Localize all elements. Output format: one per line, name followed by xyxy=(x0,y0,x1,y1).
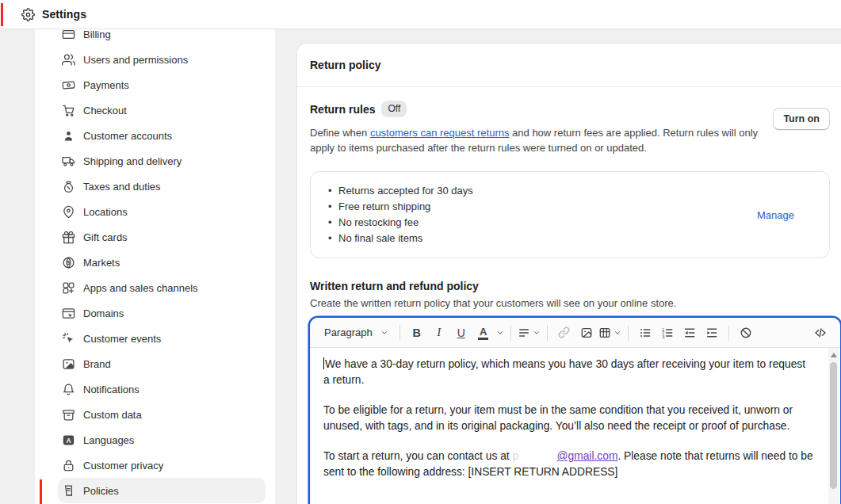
settings-sidebar: BillingUsers and permissionsPaymentsChec… xyxy=(35,29,275,504)
credit-card-icon xyxy=(62,29,75,41)
bulleted-list-icon xyxy=(639,326,652,339)
sidebar-item-checkout[interactable]: Checkout xyxy=(58,97,266,123)
policy-scroll-icon xyxy=(62,484,75,498)
email-link[interactable]: p@gmail.com xyxy=(513,450,618,462)
outdent-icon xyxy=(683,326,696,339)
status-badge: Off xyxy=(381,101,407,117)
sidebar-item-label: Locations xyxy=(83,206,128,218)
rich-text-editor: Paragraph B I U A xyxy=(310,318,840,504)
outdent-button[interactable] xyxy=(679,323,700,343)
svg-text:$: $ xyxy=(67,260,71,266)
italic-button[interactable]: I xyxy=(429,323,449,343)
lock-icon xyxy=(62,459,75,472)
insert-table-button[interactable] xyxy=(598,323,621,343)
topbar: Settings xyxy=(0,0,841,29)
sidebar-item-domains[interactable]: Domains xyxy=(58,300,266,326)
scrollbar-thumb[interactable] xyxy=(830,362,837,489)
policy-paragraph: To be eligible for a return, your item m… xyxy=(323,403,813,433)
sidebar-item-label: Billing xyxy=(83,29,111,40)
underline-button[interactable]: U xyxy=(451,323,472,343)
toolbar-divider xyxy=(547,325,548,341)
sidebar-item-users-and-permissions[interactable]: Users and permissions xyxy=(58,47,266,72)
sidebar-item-customer-privacy[interactable]: Customer privacy xyxy=(58,452,266,478)
policy-paragraph: We have a 30-day return policy, which me… xyxy=(323,357,813,388)
editor-scrollbar[interactable] xyxy=(828,348,839,504)
sidebar-item-label: Shipping and delivery xyxy=(83,155,182,167)
sidebar-item-policies[interactable]: Policies xyxy=(58,478,266,503)
gift-icon xyxy=(62,231,75,244)
sidebar-item-label: Taxes and duties xyxy=(83,181,161,193)
numbered-list-icon: 123 xyxy=(661,326,674,339)
sidebar-item-notifications[interactable]: Notifications xyxy=(58,376,266,402)
image-icon xyxy=(62,357,75,371)
page-title: Settings xyxy=(42,8,86,21)
sidebar-item-apps-and-sales-channels[interactable]: Apps and sales channels xyxy=(58,275,266,300)
insert-image-button[interactable] xyxy=(576,323,597,343)
return-rule-item: Free return shipping xyxy=(325,199,757,215)
money-bag-icon xyxy=(62,180,75,193)
show-html-button[interactable] xyxy=(810,323,831,343)
paragraph-style-label: Paragraph xyxy=(324,326,373,338)
editor-toolbar: Paragraph B I U A xyxy=(310,318,840,348)
sidebar-item-label: Custom data xyxy=(83,409,142,421)
toolbar-divider xyxy=(399,325,400,341)
sidebar-item-label: Customer privacy xyxy=(83,460,163,472)
sidebar-item-label: Gift cards xyxy=(83,231,128,243)
chevron-down-icon xyxy=(380,329,388,337)
insert-link-button xyxy=(554,323,575,343)
browser-cursor-icon xyxy=(62,307,75,320)
written-policy-description: Create the written return policy that yo… xyxy=(310,297,830,309)
sidebar-item-markets[interactable]: $Markets xyxy=(58,250,266,275)
paragraph-style-dropdown[interactable]: Paragraph xyxy=(319,323,393,343)
apps-grid-icon xyxy=(62,281,75,295)
sidebar-item-languages[interactable]: ALanguages xyxy=(58,427,266,452)
translate-icon: A xyxy=(62,433,75,447)
policy-paragraph: To start a return, you can contact us at… xyxy=(323,449,813,479)
bulleted-list-button[interactable] xyxy=(635,323,656,343)
scrollbar-up-arrow[interactable] xyxy=(831,353,837,357)
manage-link[interactable]: Manage xyxy=(757,209,794,221)
sidebar-item-label: Checkout xyxy=(83,105,127,116)
clear-formatting-button[interactable] xyxy=(736,323,756,343)
archive-box-icon xyxy=(62,408,75,422)
red-accent-line xyxy=(40,479,42,504)
return-rules-description: Define when customers can request return… xyxy=(310,125,773,155)
sidebar-item-brand[interactable]: Brand xyxy=(58,351,266,376)
sidebar-item-payments[interactable]: Payments xyxy=(58,72,266,97)
alignment-button[interactable] xyxy=(518,323,541,343)
sidebar-item-shipping-and-delivery[interactable]: Shipping and delivery xyxy=(58,148,266,174)
written-policy-section: Written return and refund policy Create … xyxy=(297,258,841,504)
policy-text-area[interactable]: We have a 30-day return policy, which me… xyxy=(310,348,840,479)
written-policy-heading: Written return and refund policy xyxy=(310,280,830,292)
code-icon xyxy=(814,326,827,339)
sidebar-item-customer-events[interactable]: Customer events xyxy=(58,326,266,351)
truck-icon xyxy=(62,155,75,168)
sidebar-item-label: Brand xyxy=(83,358,111,370)
link-icon xyxy=(558,326,570,338)
return-rules-heading: Return rules xyxy=(310,103,375,116)
return-rules-summary-box: Returns accepted for 30 daysFree return … xyxy=(310,171,830,258)
text-caret xyxy=(323,357,324,369)
customers-can-request-returns-link[interactable]: customers can request returns xyxy=(370,127,510,139)
red-accent-bar xyxy=(1,3,3,26)
chevron-down-icon xyxy=(614,329,621,337)
turn-on-button[interactable]: Turn on xyxy=(773,108,830,130)
return-rule-item: No restocking fee xyxy=(325,215,757,231)
numbered-list-button[interactable]: 123 xyxy=(657,323,678,343)
text-color-button[interactable]: A xyxy=(473,323,494,343)
image-icon xyxy=(580,326,593,339)
toolbar-divider xyxy=(728,325,729,341)
bold-button[interactable]: B xyxy=(407,323,427,343)
sidebar-item-label: Customer accounts xyxy=(83,130,172,142)
sidebar-item-customer-accounts[interactable]: Customer accounts xyxy=(58,123,266,148)
sidebar-item-taxes-and-duties[interactable]: Taxes and duties xyxy=(58,174,266,199)
sidebar-item-billing[interactable]: Billing xyxy=(58,29,266,47)
sidebar-item-locations[interactable]: Locations xyxy=(58,199,266,224)
sidebar-item-label: Users and permissions xyxy=(83,54,188,66)
sidebar-item-gift-cards[interactable]: Gift cards xyxy=(58,224,266,250)
indent-button[interactable] xyxy=(701,323,722,343)
sidebar-item-custom-data[interactable]: Custom data xyxy=(58,402,266,427)
indent-icon xyxy=(705,326,718,339)
gear-icon xyxy=(21,8,35,21)
cursor-click-icon xyxy=(62,332,75,346)
